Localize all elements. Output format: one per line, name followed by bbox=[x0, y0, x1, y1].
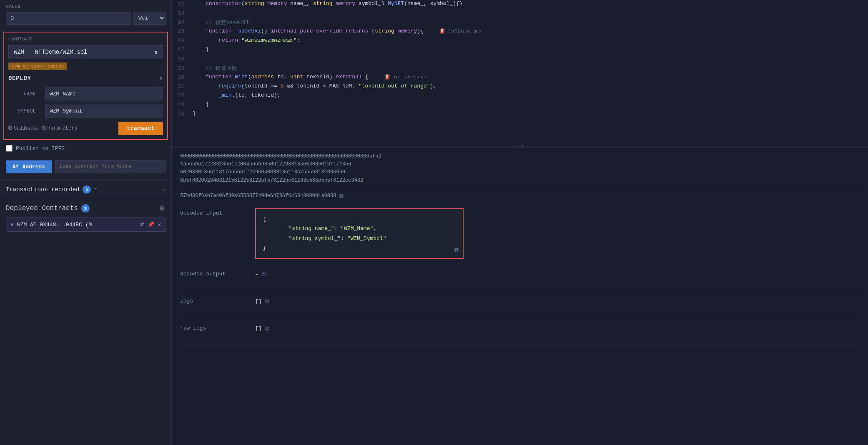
code-line-17: 17 } bbox=[172, 46, 868, 55]
ipfs-checkbox[interactable] bbox=[6, 145, 13, 152]
tx-hex-line2: fa565b61222881856122004565b9350612238818… bbox=[180, 161, 351, 167]
line-num-21: 21 bbox=[172, 83, 193, 90]
line-num-13: 13 bbox=[172, 10, 193, 16]
decoded-output-row: decoded output – ⧉ bbox=[180, 269, 860, 286]
transactions-badge: 1 bbox=[83, 185, 91, 194]
code-area: 12 constructor(string memory name_, stri… bbox=[172, 0, 868, 146]
tx-hex-line4: 5b5f60208284031215612256122bf576122be611… bbox=[180, 178, 363, 183]
line-num-20: 20 bbox=[172, 74, 193, 80]
at-address-section: At Address bbox=[0, 157, 171, 177]
name-param-row: NAME_: bbox=[8, 88, 163, 100]
deploy-actions: ⧉ Calldata ⧉ Parameters transact bbox=[8, 122, 163, 135]
logs-value: [] ⧉ bbox=[255, 296, 269, 305]
calldata-label: Calldata bbox=[14, 125, 38, 131]
decoded-output-copy-button[interactable]: ⧉ bbox=[262, 271, 266, 278]
code-line-19: 19 // 铸造函数 bbox=[172, 64, 868, 73]
line-num-19: 19 bbox=[172, 65, 193, 71]
code-line-24: 24 } bbox=[172, 110, 868, 119]
symbol-param-label: SYMBOL_: bbox=[8, 108, 42, 114]
logs-row: logs [] ⧉ bbox=[180, 296, 860, 313]
ipfs-label: Publish to IPFS bbox=[16, 145, 65, 152]
raw-logs-copy-button[interactable]: ⧉ bbox=[265, 325, 269, 332]
logs-copy-button[interactable]: ⧉ bbox=[265, 298, 269, 305]
calldata-link[interactable]: ⧉ Calldata bbox=[8, 125, 38, 131]
decoded-input-label: decoded input bbox=[180, 208, 247, 216]
line-num-18: 18 bbox=[172, 55, 193, 62]
code-line-18: 18 bbox=[172, 55, 868, 64]
value-section: VALUE Wei Gwei Ether bbox=[0, 0, 171, 28]
decoded-input-value: { "string name_": "WZM_Name", "string sy… bbox=[255, 208, 860, 259]
line-content-16: return "wzmwzmwzmwzmwzm"; bbox=[193, 37, 868, 43]
at-address-button[interactable]: At Address bbox=[6, 160, 52, 173]
contract-chevron-icon: ⇅ bbox=[154, 49, 158, 55]
name-param-input[interactable] bbox=[45, 88, 163, 100]
contract-instance-name: WZM AT 0X448...044BC (M bbox=[17, 222, 137, 228]
parameters-label: Parameters bbox=[48, 125, 78, 131]
load-contract-input[interactable] bbox=[55, 160, 166, 173]
ipfs-section: Publish to IPFS bbox=[0, 140, 171, 157]
instance-close-icon[interactable]: ✕ bbox=[158, 221, 161, 228]
deployed-section: Deployed Contracts 1 🗑 ∨ WZM AT 0X448...… bbox=[0, 198, 171, 236]
line-num-22: 22 bbox=[172, 92, 193, 99]
deploy-header: DEPLOY ∧ bbox=[8, 74, 163, 82]
symbol-param-input[interactable] bbox=[45, 105, 163, 118]
line-num-23: 23 bbox=[172, 101, 193, 108]
deploy-collapse-icon[interactable]: ∧ bbox=[159, 74, 163, 82]
contract-select-text: WZM - NFTDemo/WZM.sol bbox=[14, 49, 87, 55]
raw-logs-text: [] bbox=[255, 325, 262, 332]
transact-button[interactable]: transact bbox=[118, 122, 163, 135]
tx-output: 0000000000000000000000000000000000000000… bbox=[172, 148, 868, 445]
code-line-12: 12 constructor(string memory name_, stri… bbox=[172, 0, 868, 9]
left-panel: VALUE Wei Gwei Ether CONTRACT WZM - NFTD… bbox=[0, 0, 172, 445]
raw-logs-value: [] ⧉ bbox=[255, 323, 269, 332]
deployed-trash-icon[interactable]: 🗑 bbox=[159, 205, 166, 212]
decoded-input-section: decoded input { "string name_": "WZM_Nam… bbox=[180, 203, 860, 265]
deployed-title: Deployed Contracts bbox=[6, 205, 78, 212]
logs-label: logs bbox=[180, 296, 247, 304]
raw-logs-label: raw logs bbox=[180, 323, 247, 331]
instance-copy-icon[interactable]: ⧉ bbox=[140, 222, 144, 228]
decoded-output-label: decoded output bbox=[180, 269, 247, 277]
raw-logs-section: raw logs [] ⧉ bbox=[180, 318, 860, 345]
decoded-input-box: { "string name_": "WZM_Name", "string sy… bbox=[255, 208, 464, 259]
calldata-copy-icon: ⧉ bbox=[8, 125, 12, 131]
contract-section: CONTRACT WZM - NFTDemo/WZM.sol ⇅ evm ver… bbox=[3, 32, 168, 140]
instance-expand-icon[interactable]: ∨ bbox=[10, 221, 14, 228]
line-num-16: 16 bbox=[172, 37, 193, 44]
code-line-22: 22 _mint(to, tokenId); bbox=[172, 92, 868, 101]
parameters-copy-icon: ⧉ bbox=[42, 125, 46, 131]
value-input[interactable] bbox=[6, 12, 130, 25]
tx-hash-row: 57bd86f6ab7ac06f39a655387749de64736f6c63… bbox=[180, 189, 860, 203]
parameters-link[interactable]: ⧉ Parameters bbox=[42, 125, 78, 131]
transactions-section: Transactions recorded 1 i › bbox=[0, 179, 171, 198]
evm-badge: evm version: cancun bbox=[8, 62, 67, 70]
line-content-23: } bbox=[193, 101, 868, 108]
transactions-chevron-icon[interactable]: › bbox=[162, 187, 166, 193]
tx-hex-line1: 0000000000000000000000000000000000000000… bbox=[180, 153, 381, 159]
decoded-output-value: – ⧉ bbox=[255, 269, 266, 278]
transactions-info-icon[interactable]: i bbox=[94, 187, 98, 193]
code-line-15: 15 function _baseURI() internal pure ove… bbox=[172, 28, 868, 37]
line-content-14: // 设置baseURI bbox=[193, 19, 868, 26]
raw-logs-row: raw logs [] ⧉ bbox=[180, 323, 860, 340]
line-content-21: require(tokenId >= 0 && tokenId < MAX_NU… bbox=[193, 83, 868, 89]
contract-select[interactable]: WZM - NFTDemo/WZM.sol ⇅ bbox=[8, 45, 163, 59]
decoded-input-copy-button[interactable]: ⧉ bbox=[454, 247, 459, 254]
line-content-19: // 铸造函数 bbox=[193, 65, 868, 72]
transactions-header[interactable]: Transactions recorded 1 i › bbox=[6, 185, 166, 194]
value-label: VALUE bbox=[6, 4, 166, 9]
right-panel: 12 constructor(string memory name_, stri… bbox=[172, 0, 868, 445]
instance-pin-icon[interactable]: 📌 bbox=[148, 221, 154, 228]
tx-hash-copy-button[interactable]: ⧉ bbox=[339, 192, 344, 200]
value-row: Wei Gwei Ether bbox=[6, 12, 166, 25]
unit-select[interactable]: Wei Gwei Ether bbox=[133, 12, 166, 25]
deployed-header: Deployed Contracts 1 🗑 bbox=[6, 204, 166, 212]
code-line-14: 14 // 设置baseURI bbox=[172, 18, 868, 28]
line-num-15: 15 bbox=[172, 28, 193, 35]
line-num-24: 24 bbox=[172, 110, 193, 117]
line-content-20: function mint(address to, uint tokenId) … bbox=[193, 74, 868, 80]
line-num-14: 14 bbox=[172, 19, 193, 25]
decoded-output-text: – bbox=[255, 271, 258, 278]
logs-text: [] bbox=[255, 298, 262, 305]
line-content-17: } bbox=[193, 46, 868, 52]
